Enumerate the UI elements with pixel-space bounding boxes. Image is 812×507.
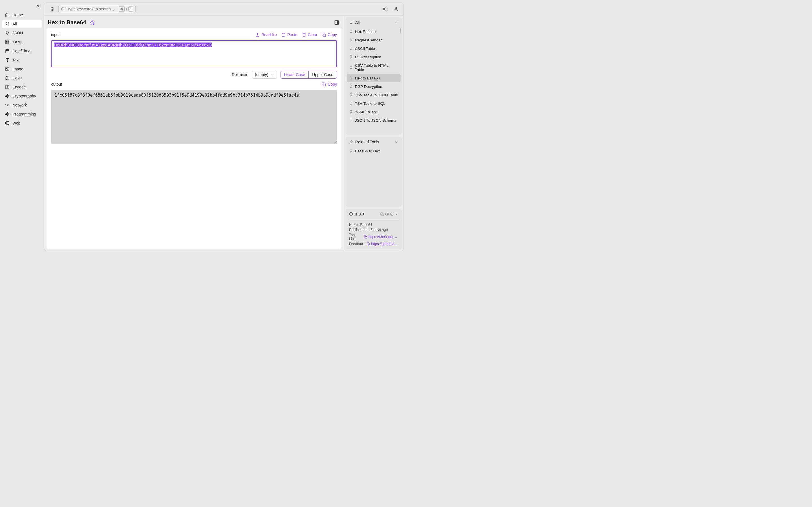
sidebar-item-home[interactable]: Home <box>2 11 42 19</box>
sidebar-item-label: Web <box>12 121 20 125</box>
right-panel: All Hex EncodeRequest senderASCII TableR… <box>344 16 404 251</box>
tool-item[interactable]: Hex to Base64 <box>347 74 401 82</box>
input-textarea[interactable]: H8BRh8j48O9oYatfu5AZzq6A9RINhZO5H16dQZng… <box>51 40 337 67</box>
case-segmented: Lower Case Upper Case <box>281 71 337 78</box>
tool-item[interactable]: YAML To XML <box>347 108 401 116</box>
scrollbar[interactable] <box>400 28 401 33</box>
search-box[interactable]: ⌘ + K <box>58 5 136 13</box>
all-tools-section: All Hex EncodeRequest senderASCII TableR… <box>346 17 402 135</box>
bulb-icon <box>349 93 353 97</box>
bulb-icon <box>349 102 353 105</box>
tool-link[interactable]: https://t.he3app.co… <box>368 235 398 239</box>
sidebar-item-encode[interactable]: Encode <box>2 83 42 91</box>
feedback-link[interactable]: https://github.com/… <box>371 242 398 246</box>
globe-icon[interactable] <box>385 212 389 216</box>
bulb-icon <box>349 110 353 114</box>
info-section: 1.0.0 Hex to Base64 Published at: 5 days… <box>346 209 402 249</box>
svg-rect-0 <box>6 40 7 42</box>
search-icon <box>61 7 65 11</box>
text-icon <box>5 58 10 62</box>
related-tools-header[interactable]: Related Tools <box>346 137 402 147</box>
bulb-icon <box>5 22 10 26</box>
sidebar-item-cryptography[interactable]: Cryptography <box>2 92 42 100</box>
chevron-down-icon[interactable] <box>395 212 398 216</box>
tool-item[interactable]: Request sender <box>347 36 401 44</box>
sidebar-item-label: Date/Time <box>12 49 31 53</box>
tool-item[interactable]: TSV Table to JSON Table <box>347 91 401 99</box>
tool-item[interactable]: JSON To JSON Schema <box>347 116 401 124</box>
tool-item[interactable]: PGP Decryption <box>347 82 401 91</box>
lower-case-button[interactable]: Lower Case <box>281 71 309 78</box>
sidebar-item-color[interactable]: Color <box>2 74 42 82</box>
tool-item[interactable]: RSA decryption <box>347 53 401 61</box>
copy-output-button[interactable]: Copy <box>322 82 337 87</box>
plug-icon <box>5 31 10 35</box>
output-textarea[interactable] <box>51 90 337 144</box>
sidebar-item-label: Home <box>12 13 23 17</box>
sidebar-item-network[interactable]: Network <box>2 101 42 109</box>
clear-button[interactable]: Clear <box>302 33 317 37</box>
upper-case-button[interactable]: Upper Case <box>309 71 337 78</box>
tool-item[interactable]: TSV Table to SQL <box>347 100 401 108</box>
collapse-sidebar-button[interactable] <box>34 2 42 10</box>
bulb-icon <box>349 47 353 50</box>
svg-rect-17 <box>337 20 339 24</box>
encode-icon <box>5 85 10 89</box>
tool-item[interactable]: CSV Table to HTML Table <box>347 61 401 74</box>
delimiter-select[interactable]: (empty) <box>252 71 277 78</box>
svg-rect-22 <box>382 214 384 216</box>
related-tool-item[interactable]: Base64 to Hex <box>347 147 401 155</box>
bulb-icon <box>349 20 353 24</box>
copy-link-icon[interactable] <box>364 235 367 238</box>
sidebar-item-label: Image <box>12 67 23 71</box>
tool-item[interactable]: Hex Encode <box>347 27 401 36</box>
share-button[interactable] <box>381 5 389 13</box>
read-file-button[interactable]: Read file <box>255 33 277 37</box>
input-label: input <box>51 33 59 37</box>
sidebar-item-datetime[interactable]: Date/Time <box>2 47 42 55</box>
sidebar-item-label: Encode <box>12 85 26 89</box>
svg-marker-15 <box>90 20 94 24</box>
sidebar-item-programming[interactable]: Programming <box>2 110 42 118</box>
bolt-icon <box>5 112 10 116</box>
sidebar-item-all[interactable]: All <box>2 20 42 28</box>
feedback-icon[interactable] <box>366 242 370 245</box>
favorite-button[interactable] <box>90 20 95 25</box>
bulb-icon <box>349 30 353 34</box>
panel-toggle-button[interactable] <box>334 20 339 25</box>
sidebar-item-web[interactable]: Web <box>2 119 42 127</box>
svg-point-10 <box>61 8 64 10</box>
tool-item[interactable]: ASCII Table <box>347 45 401 53</box>
svg-rect-20 <box>323 83 326 86</box>
crypto-icon <box>5 94 10 98</box>
chevron-down-icon <box>395 140 398 144</box>
svg-point-6 <box>6 68 7 69</box>
svg-rect-1 <box>8 40 9 42</box>
search-input[interactable] <box>67 7 116 11</box>
user-button[interactable] <box>392 5 400 13</box>
svg-point-26 <box>367 242 370 245</box>
copy-icon[interactable] <box>380 212 384 216</box>
home-button[interactable] <box>48 5 56 13</box>
all-tools-header[interactable]: All <box>346 17 402 27</box>
paste-button[interactable]: Paste <box>282 33 297 37</box>
related-tools-section: Related Tools Base64 to Hex <box>346 137 402 207</box>
wifi-icon <box>5 103 10 107</box>
color-icon <box>5 76 10 80</box>
sidebar-item-label: All <box>12 22 17 26</box>
sidebar-item-image[interactable]: Image <box>2 65 42 73</box>
sidebar-item-label: Color <box>12 76 22 80</box>
copy-input-button[interactable]: Copy <box>322 33 337 37</box>
svg-rect-4 <box>6 50 9 53</box>
version-text: 1.0.0 <box>355 212 364 216</box>
svg-rect-2 <box>6 42 7 44</box>
sidebar-item-label: Programming <box>12 112 36 116</box>
svg-point-14 <box>395 7 397 9</box>
svg-rect-18 <box>283 33 284 34</box>
topbar: ⌘ + K <box>44 2 404 16</box>
sidebar-item-json[interactable]: JSON <box>2 29 42 37</box>
main-header: Hex to Base64 <box>44 16 344 28</box>
sidebar-item-text[interactable]: Text <box>2 56 42 64</box>
sidebar-item-yaml[interactable]: YAML <box>2 38 42 46</box>
check-icon[interactable] <box>390 212 394 216</box>
